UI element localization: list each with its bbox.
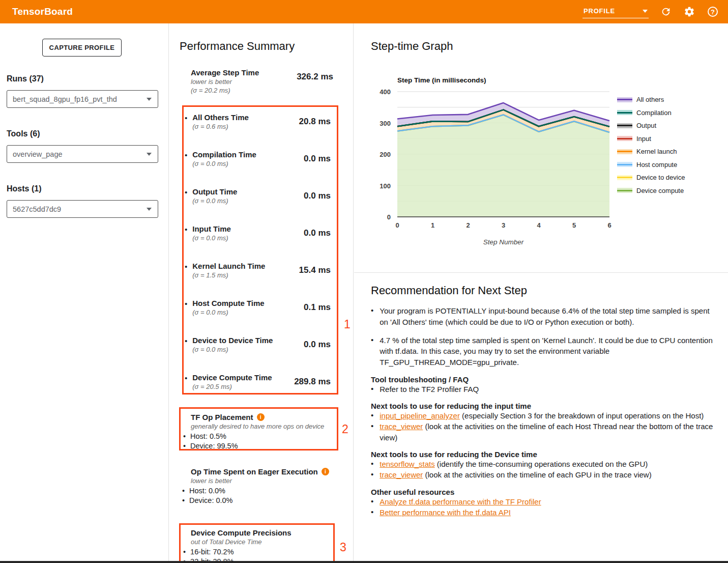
- legend-item: Kernel launch: [617, 148, 685, 155]
- subsection-item: •Analyze tf.data performance with the TF…: [371, 496, 727, 507]
- legend-swatch: [617, 123, 632, 128]
- hosts-select[interactable]: 5627c5dd7dc9: [7, 200, 158, 218]
- legend-item: Output: [617, 122, 685, 129]
- legend-item: Device to device: [617, 174, 685, 181]
- tool-link[interactable]: tensorflow_stats: [380, 460, 434, 468]
- info-icon[interactable]: i: [257, 413, 265, 421]
- app-header: TensorBoard PROFILE ?: [0, 0, 728, 23]
- recommendation-subsection: Other useful resources•Analyze tf.data p…: [371, 488, 723, 518]
- stat-item: •Host: 0.0%: [182, 486, 340, 496]
- subsection-item: •trace_viewer (look at the activities on…: [371, 421, 727, 443]
- metric-value: 326.2 ms: [297, 72, 333, 95]
- bottom-edge-strip: [0, 561, 728, 563]
- chart-axis-title: Step Time (in milliseconds): [397, 76, 659, 84]
- info-icon[interactable]: i: [322, 468, 329, 475]
- tf-op-placement-block: TF Op Placementigenerally desired to hav…: [183, 413, 336, 451]
- legend-swatch: [617, 149, 632, 154]
- legend-swatch: [617, 175, 632, 180]
- recommendation-subsection: Next tools to use for reducing the Devic…: [371, 450, 723, 481]
- recommendation-title: Recommendation for Next Step: [371, 284, 723, 297]
- chart-legend: All othersCompilationOutputInputKernel l…: [617, 96, 685, 200]
- tools-select[interactable]: overview_page: [7, 145, 158, 163]
- metric-rows: •All Others Time(σ = 0.6 ms)20.8 ms•Comp…: [184, 113, 337, 410]
- legend-swatch: [617, 97, 632, 102]
- legend-item: Device compute: [617, 187, 685, 194]
- svg-text:200: 200: [380, 151, 391, 158]
- legend-item: Host compute: [617, 161, 685, 168]
- device-compute-precisions-block: Device Compute Precisionsout of Total De…: [183, 528, 331, 563]
- legend-item: Compilation: [617, 109, 685, 117]
- stat-item: •Device: 99.5%: [183, 441, 336, 451]
- metric-row: •Device Compute Time(σ = 20.5 ms)289.8 m…: [184, 373, 337, 410]
- subsection-heading: Other useful resources: [371, 488, 723, 496]
- tools-label: Tools (6): [7, 129, 158, 138]
- subsection-heading: Next tools to use for reducing the input…: [371, 402, 723, 410]
- svg-text:300: 300: [380, 120, 391, 127]
- gear-icon[interactable]: [683, 6, 695, 18]
- tool-link[interactable]: input_pipeline_analyzer: [380, 411, 460, 420]
- subsection-item: •trace_viewer (look at the activities on…: [371, 469, 727, 480]
- svg-text:1: 1: [431, 221, 434, 229]
- legend-swatch: [617, 188, 632, 193]
- recommendation-subsections: Tool troubleshooting / FAQ•Refer to the …: [371, 375, 723, 518]
- metric-row: •All Others Time(σ = 0.6 ms)20.8 ms: [184, 113, 337, 150]
- svg-text:5: 5: [572, 221, 576, 229]
- tools-select-value: overview_page: [13, 150, 63, 158]
- tool-link[interactable]: Analyze tf.data performance with the TF …: [380, 497, 541, 506]
- metric-row: •Device to Device Time(σ = 0.0 ms)0.0 ms: [184, 336, 337, 373]
- tool-link[interactable]: Better performance with the tf.data API: [380, 508, 511, 517]
- chevron-down-icon: [147, 98, 152, 101]
- recommendation-subsection: Tool troubleshooting / FAQ•Refer to the …: [371, 375, 723, 395]
- annotation-number-2: 2: [342, 423, 348, 436]
- metric-row: •Input Time(σ = 0.0 ms)0.0 ms: [184, 224, 337, 262]
- stat-item: •Device: 0.0%: [182, 496, 340, 505]
- capture-profile-button[interactable]: CAPTURE PROFILE: [42, 39, 122, 57]
- metric-row: •Kernel Launch Time(σ = 1.5 ms)15.4 ms: [184, 262, 337, 299]
- stat-item: •16-bit: 70.2%: [183, 547, 331, 557]
- runs-select[interactable]: bert_squad_8gpu_fp16_pvt_thd: [7, 90, 158, 108]
- tool-link[interactable]: trace_viewer: [380, 422, 423, 431]
- svg-text:3: 3: [502, 221, 505, 229]
- performance-summary-title: Performance Summary: [180, 40, 295, 53]
- svg-text:100: 100: [380, 182, 391, 190]
- annotation-number-1: 1: [344, 318, 351, 331]
- runs-select-value: bert_squad_8gpu_fp16_pvt_thd: [13, 95, 117, 103]
- tool-link[interactable]: trace_viewer: [380, 470, 423, 479]
- recommendation-section: Recommendation for Next Step •Your progr…: [371, 284, 723, 518]
- help-icon[interactable]: ?: [707, 6, 719, 18]
- legend-swatch: [617, 110, 632, 115]
- chevron-down-icon: [147, 153, 152, 156]
- svg-text:400: 400: [380, 88, 391, 96]
- recommendation-bullets: •Your program is POTENTIALLY input-bound…: [371, 305, 723, 368]
- svg-text:Step Number: Step Number: [483, 238, 524, 246]
- svg-text:6: 6: [607, 221, 611, 229]
- sidebar: CAPTURE PROFILE Runs (37) bert_squad_8gp…: [0, 23, 169, 561]
- recommendation-bullet: •Your program is POTENTIALLY input-bound…: [371, 305, 717, 328]
- metric-row: •Output Time(σ = 0.0 ms)0.0 ms: [184, 187, 337, 224]
- refresh-icon[interactable]: [660, 6, 672, 18]
- subsection-heading: Tool troubleshooting / FAQ: [371, 375, 723, 384]
- legend-swatch: [617, 136, 632, 141]
- metric-row: •Host Compute Time(σ = 0.0 ms)0.1 ms: [184, 299, 337, 336]
- svg-text:0: 0: [395, 221, 399, 229]
- metric-title: Average Step Time: [191, 68, 259, 78]
- subsection-item: •Refer to the TF2 Profiler FAQ: [371, 384, 727, 395]
- legend-item: Input: [617, 135, 685, 143]
- annotation-number-3: 3: [340, 541, 346, 554]
- performance-summary-panel: Performance Summary Average Step Time lo…: [169, 23, 354, 561]
- chevron-down-icon: [147, 208, 152, 211]
- dashboard-selector[interactable]: PROFILE: [583, 5, 649, 18]
- step-time-panel: Step-time Graph Step Time (in millisecon…: [354, 23, 728, 561]
- hosts-label: Hosts (1): [7, 184, 158, 193]
- legend-swatch: [617, 162, 632, 167]
- legend-item: All others: [617, 96, 685, 103]
- recommendation-bullet: •4.7 % of the total step time sampled is…: [371, 335, 717, 368]
- step-time-chart: Step Time (in milliseconds) 010020030040…: [374, 76, 659, 254]
- hosts-select-value: 5627c5dd7dc9: [13, 205, 61, 213]
- recommendation-subsection: Next tools to use for reducing the input…: [371, 402, 723, 443]
- eager-execution-block: Op Time Spent on Eager Executionilower i…: [182, 467, 340, 505]
- average-step-time-row: Average Step Time lower is better (σ = 2…: [191, 68, 333, 95]
- subsection-item: •tensorflow_stats (identify the time-con…: [371, 459, 727, 469]
- dashboard-selector-value: PROFILE: [584, 7, 615, 15]
- section-divider: [354, 272, 728, 273]
